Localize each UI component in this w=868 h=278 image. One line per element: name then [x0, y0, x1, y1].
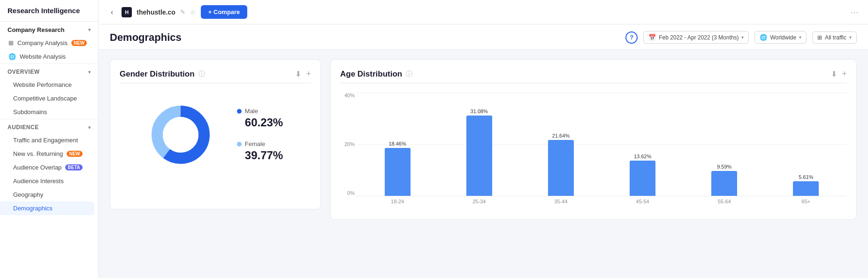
main-content: ‹ H thehustle.co ✎ ☆ + Compare ⋯ Demogra… [99, 0, 868, 278]
sidebar: Research Intelligence Company Research ▾… [0, 0, 99, 278]
age-bar-chart: 40% 20% 0% 18.46%31.08%21.64%13.62%9.59%… [340, 88, 847, 210]
sidebar-item-traffic[interactable]: Traffic and Engagement [0, 133, 98, 147]
chevron-down-icon-geo: ▾ [799, 35, 801, 40]
bar-x-label: 65+ [765, 199, 847, 204]
bars-container: 18.46%31.08%21.64%13.62%9.59%5.61% [357, 93, 847, 196]
age-info-icon[interactable]: ⓘ [406, 70, 412, 78]
help-button[interactable]: ? [625, 31, 638, 44]
new-badge-returning: NEW [67, 151, 82, 157]
geo-filter[interactable]: 🌐 Worldwide ▾ [754, 31, 807, 44]
bar-x-label: 35-44 [520, 199, 602, 204]
chevron-down-icon: ▾ [88, 27, 91, 32]
bar-group: 5.61% [765, 93, 847, 196]
bar-pct-label: 31.08% [471, 108, 488, 114]
sidebar-item-competitive-landscape[interactable]: Competitive Landscape [0, 92, 98, 105]
sidebar-item-website-analysis[interactable]: 🌐 Website Analysis [0, 50, 98, 63]
sidebar-section-audience: Audience ▾ Traffic and Engagement New vs… [0, 119, 98, 215]
traffic-filter[interactable]: ⊞ All traffic ▾ [812, 31, 857, 44]
date-filter-label: Feb 2022 - Apr 2022 (3 Months) [659, 34, 739, 41]
svg-point-2 [163, 117, 198, 153]
bar-rect [793, 181, 819, 196]
bar-group: 31.08% [438, 93, 520, 196]
y-axis: 40% 20% 0% [340, 93, 357, 196]
donut-container [148, 102, 213, 168]
sidebar-item-audience-overlap[interactable]: Audience Overlap BETA [0, 161, 98, 174]
gender-card-divider [120, 83, 311, 83]
gender-legend: Male 60.23% Female 39.77% [237, 108, 283, 162]
sidebar-item-demographics[interactable]: Demographics [0, 201, 94, 215]
male-value: 60.23% [237, 116, 283, 129]
sidebar-section-overview: Overview ▾ Website Performance Competiti… [0, 63, 98, 119]
sidebar-section-company: Company Research ▾ ⊞ Company Analysis NE… [0, 22, 98, 63]
calendar-icon: 📅 [648, 34, 656, 41]
traffic-icon: ⊞ [817, 34, 822, 41]
bar-rect [385, 148, 411, 196]
bar-pct-label: 5.61% [799, 174, 813, 180]
page-controls: ? 📅 Feb 2022 - Apr 2022 (3 Months) ▾ 🌐 W… [625, 31, 857, 44]
bar-rect [548, 140, 574, 196]
gender-card-header: Gender Distribution ⓘ ⬇ + [120, 69, 311, 79]
bar-x-label: 45-54 [602, 199, 684, 204]
age-card: Age Distribution ⓘ ⬇ + 40% 20% 0% [330, 59, 857, 220]
x-labels-container: 18-2425-3435-4445-5455-6465+ [357, 199, 847, 204]
bar-x-label: 55-64 [684, 199, 765, 204]
sidebar-section-header-overview[interactable]: Overview ▾ [0, 64, 98, 78]
site-name: thehustle.co [137, 8, 175, 16]
age-add-button[interactable]: + [842, 69, 847, 79]
globe-icon: 🌐 [8, 53, 16, 60]
new-badge: NEW [71, 40, 87, 46]
bar-group: 18.46% [357, 93, 438, 196]
age-card-header: Age Distribution ⓘ ⬇ + [340, 69, 847, 79]
globe-filter-icon: 🌐 [760, 34, 767, 41]
site-favicon: H [122, 7, 132, 17]
bar-pct-label: 18.46% [388, 141, 406, 147]
star-icon[interactable]: ☆ [190, 8, 196, 16]
chevron-down-icon-date: ▾ [741, 35, 744, 40]
sidebar-section-header-audience[interactable]: Audience ▾ [0, 119, 98, 133]
donut-chart [148, 102, 213, 168]
traffic-filter-label: All traffic [825, 34, 846, 41]
edit-icon[interactable]: ✎ [180, 8, 185, 15]
page-title: Demographics [110, 31, 182, 44]
age-download-button[interactable]: ⬇ [831, 70, 837, 78]
sidebar-item-subdomains[interactable]: Subdomains [0, 105, 98, 119]
gender-chart-content: Male 60.23% Female 39.77% [120, 93, 311, 177]
gender-card: Gender Distribution ⓘ ⬇ + [110, 59, 321, 209]
gender-add-button[interactable]: + [306, 69, 311, 79]
more-icon[interactable]: ⋯ [850, 7, 860, 17]
geo-filter-label: Worldwide [770, 34, 796, 41]
y-label-20: 20% [344, 141, 355, 147]
bar-rect [630, 161, 655, 196]
grid-icon: ⊞ [8, 39, 14, 46]
y-label-0: 0% [347, 190, 355, 196]
topbar: ‹ H thehustle.co ✎ ☆ + Compare ⋯ [99, 0, 868, 24]
bar-x-label: 25-34 [438, 199, 520, 204]
sidebar-item-audience-interests[interactable]: Audience Interests [0, 174, 98, 188]
bar-group: 21.64% [520, 93, 602, 196]
female-dot [237, 142, 242, 147]
date-filter[interactable]: 📅 Feb 2022 - Apr 2022 (3 Months) ▾ [643, 31, 749, 44]
y-label-40: 40% [344, 93, 355, 98]
bar-x-label: 18-24 [357, 199, 438, 204]
beta-badge: BETA [65, 164, 82, 170]
sidebar-section-header-company[interactable]: Company Research ▾ [0, 22, 98, 36]
sidebar-item-company-analysis[interactable]: ⊞ Company Analysis NEW [0, 36, 98, 50]
sidebar-item-geography[interactable]: Geography [0, 188, 98, 201]
age-card-divider [340, 83, 847, 83]
back-button[interactable]: ‹ [107, 6, 117, 18]
sidebar-item-website-performance[interactable]: Website Performance [0, 78, 98, 92]
female-legend-item: Female 39.77% [237, 140, 283, 162]
bar-pct-label: 13.62% [634, 154, 651, 159]
female-value: 39.77% [237, 149, 283, 162]
compare-button[interactable]: + Compare [201, 5, 248, 19]
gridline-0 [357, 196, 847, 196]
male-label: Male [245, 108, 258, 115]
sidebar-item-new-returning[interactable]: New vs. Returning NEW [0, 147, 98, 161]
gender-card-title: Gender Distribution [120, 70, 195, 79]
bar-pct-label: 21.64% [552, 133, 570, 139]
bar-rect [466, 116, 492, 196]
chevron-down-icon-audience: ▾ [88, 125, 91, 130]
gender-download-button[interactable]: ⬇ [295, 70, 301, 78]
gender-info-icon[interactable]: ⓘ [198, 70, 205, 78]
sidebar-title: Research Intelligence [0, 0, 98, 22]
